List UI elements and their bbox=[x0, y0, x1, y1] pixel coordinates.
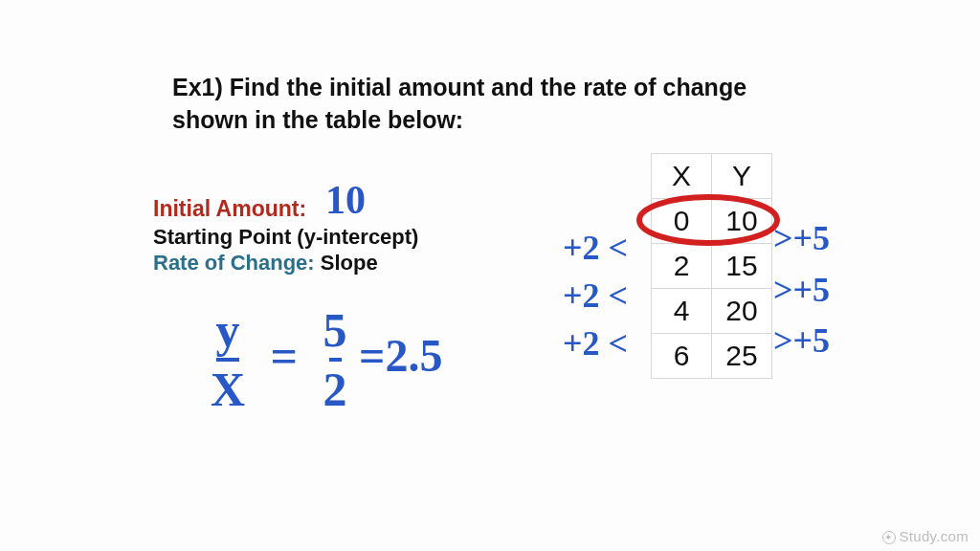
fraction-numerator-y: y bbox=[216, 303, 240, 357]
y-increment-2: >+5 bbox=[773, 270, 830, 310]
initial-amount-label: Initial Amount: bbox=[153, 196, 306, 221]
rate-of-change-line: Rate of Change: Slope bbox=[153, 251, 378, 276]
clock-icon: ✦ bbox=[882, 531, 896, 544]
cell-x: 6 bbox=[652, 334, 712, 379]
slide: Ex1) Find the initial amount and the rat… bbox=[0, 0, 980, 551]
equals-1: = bbox=[257, 332, 312, 380]
problem-prompt: Ex1) Find the initial amount and the rat… bbox=[172, 72, 785, 137]
initial-amount-line: Initial Amount: bbox=[153, 196, 306, 222]
cell-y: 25 bbox=[712, 334, 772, 379]
y-increment-1: >+5 bbox=[773, 218, 830, 258]
rate-of-change-value: Slope bbox=[321, 251, 378, 275]
fraction-5-2: 5 2 bbox=[323, 306, 347, 413]
rate-of-change-label: Rate of Change: bbox=[153, 251, 315, 275]
x-increment-1: +2 < bbox=[563, 228, 628, 268]
table-row: 4 20 bbox=[652, 289, 772, 334]
watermark: ✦Study.com bbox=[882, 528, 969, 545]
slope-equation: y X = 5 2 =2.5 bbox=[211, 306, 442, 413]
slope-decimal: =2.5 bbox=[359, 333, 442, 379]
table-row: 6 25 bbox=[652, 334, 772, 379]
x-increment-3: +2 < bbox=[563, 323, 628, 364]
watermark-text: Study.com bbox=[900, 528, 969, 544]
cell-y: 20 bbox=[712, 289, 772, 334]
fraction-bar-2 bbox=[329, 358, 342, 362]
fraction-bar-1 bbox=[216, 358, 239, 362]
y-increment-3: >+5 bbox=[773, 320, 830, 361]
fraction-yx: y X bbox=[211, 306, 245, 413]
circle-annotation-icon bbox=[632, 187, 794, 253]
cell-x: 4 bbox=[652, 289, 712, 334]
starting-point-label: Starting Point (y-intercept) bbox=[153, 225, 418, 250]
fraction-numerator-5: 5 bbox=[323, 303, 347, 357]
x-increment-2: +2 < bbox=[563, 276, 628, 316]
initial-amount-value-handwritten: 10 bbox=[325, 177, 366, 223]
fraction-denominator-2: 2 bbox=[323, 363, 347, 416]
fraction-denominator-x: X bbox=[211, 363, 245, 416]
svg-point-0 bbox=[639, 197, 777, 243]
